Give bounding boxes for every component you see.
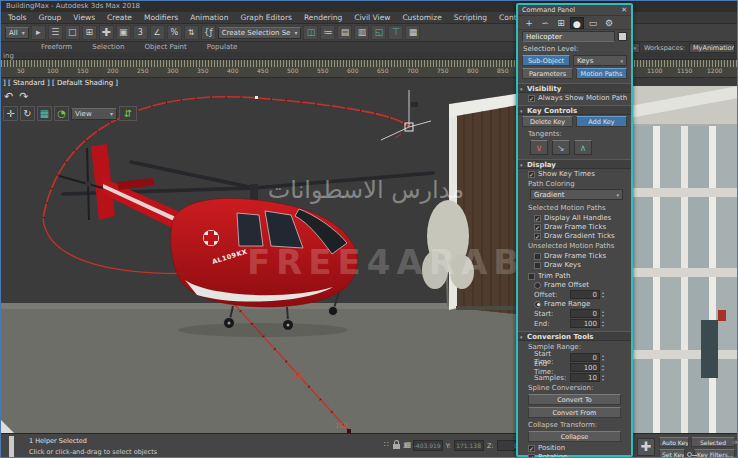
rotate-tool-icon[interactable]: ↻ — [20, 106, 35, 121]
convert-to-button[interactable]: Convert To — [528, 394, 621, 405]
viewport-label[interactable]: ] [ Standard ] [ Default Shading ] — [3, 79, 118, 87]
display-tab-icon[interactable]: ▭ — [586, 17, 600, 29]
modify-tab-icon[interactable]: ∽ — [538, 17, 552, 29]
spinner-arrows-icon[interactable]: ▴▾ — [602, 364, 604, 372]
motion-tab-icon[interactable]: ● — [570, 17, 584, 29]
unselected-draw-frame-ticks-checkbox[interactable]: Draw Frame Ticks — [518, 251, 631, 260]
move-tool-icon[interactable]: ✛ — [3, 106, 18, 121]
add-time-tag-button[interactable]: ✚ — [637, 438, 655, 456]
trim-path-checkbox[interactable]: Trim Path — [518, 271, 631, 280]
menu-item[interactable]: Rendering — [304, 13, 342, 22]
position-checkbox[interactable]: ✓ Position — [518, 443, 631, 452]
samples-spinner[interactable]: Samples: 10 ▴▾ — [518, 372, 631, 382]
hierarchy-tab-icon[interactable]: ⊞ — [554, 17, 568, 29]
range-start-spinner[interactable]: Start: 0 ▴▾ — [518, 308, 631, 318]
display-all-handles-checkbox[interactable]: ✓ Display All Handles — [518, 213, 631, 222]
create-selection-set-dropdown[interactable]: Create Selection Se ▾ — [218, 27, 302, 39]
toolbar-icon[interactable]: ∠ — [150, 25, 165, 40]
selection-filter-dropdown[interactable]: All ▾ — [5, 27, 29, 39]
conversion-tools-rollout[interactable]: Conversion Tools — [518, 331, 631, 341]
frame-range-radio[interactable]: Frame Range — [518, 299, 631, 308]
playback-edge-icons[interactable]: ◃▸ — [732, 438, 738, 446]
frame-offset-radio[interactable]: Frame Offset — [518, 280, 631, 289]
range-end-spinner[interactable]: End: 100 ▴▾ — [518, 318, 631, 328]
motion-paths-button[interactable]: Motion Paths — [576, 68, 627, 79]
toolbar-icon[interactable]: ⇅ — [184, 25, 199, 40]
spinner-arrows-icon[interactable]: ▴▾ — [602, 310, 604, 318]
object-name-field[interactable]: Helicopter — [522, 31, 615, 42]
soft-selection-icon[interactable]: ◔ — [54, 106, 69, 121]
path-coloring-dropdown[interactable]: Gradient ▾ — [530, 189, 623, 200]
create-tab-icon[interactable]: + — [522, 17, 536, 29]
toolbar-icon[interactable]: {ƒ — [201, 25, 216, 40]
draw-gradient-ticks-checkbox[interactable]: ✓ Draw Gradient Ticks — [518, 231, 631, 240]
key-filters-button[interactable]: Key Filters... — [694, 449, 735, 458]
snap-grid-icon[interactable]: ▦ — [37, 106, 52, 121]
tangent-linear-icon[interactable]: ↘ — [552, 140, 570, 155]
y-coordinate-field[interactable]: 171.138 — [454, 440, 484, 451]
ribbon-tab[interactable]: Freeform — [41, 43, 72, 51]
toolbar-icon[interactable]: ▣ — [116, 25, 131, 40]
ribbon-tab[interactable]: Selection — [92, 43, 124, 51]
menu-item[interactable]: Views — [73, 13, 95, 22]
toolbar-icon[interactable]: % — [167, 25, 182, 40]
spinner-arrows-icon[interactable]: ▴▾ — [602, 374, 604, 382]
toolbar-icon[interactable]: ▥ — [354, 25, 369, 40]
toolbar-icon[interactable]: ✚ — [99, 25, 114, 40]
toolbar-icon[interactable]: ☰ — [48, 25, 63, 40]
menu-item[interactable]: Modifiers — [144, 13, 178, 22]
object-color-swatch[interactable] — [618, 32, 627, 41]
menu-item[interactable]: Scripting — [454, 13, 487, 22]
menu-item[interactable]: Create — [107, 13, 132, 22]
unselected-draw-keys-checkbox[interactable]: Draw Keys — [518, 260, 631, 269]
toolbar-icon[interactable]: ▤ — [337, 25, 352, 40]
display-rollout[interactable]: Display — [518, 159, 631, 169]
toolbar-icon[interactable]: 3 — [133, 25, 148, 40]
toolbar-icon[interactable]: ≔ — [320, 25, 335, 40]
toolbar-icon[interactable]: ◱ — [371, 25, 386, 40]
ribbon-tab[interactable]: Object Paint — [144, 43, 186, 51]
ribbon-tab[interactable]: Populate — [207, 43, 237, 51]
rotation-checkbox[interactable]: ✓ Rotation — [518, 452, 631, 458]
toolbar-icon[interactable]: ◫ — [303, 25, 318, 40]
visibility-rollout[interactable]: Visibility — [518, 83, 631, 93]
menu-item[interactable]: Customize — [402, 13, 441, 22]
offset-spinner[interactable]: Offset: 0 ▴▾ — [518, 289, 631, 299]
coordinate-system-dropdown[interactable]: View ▾ — [71, 108, 117, 120]
menu-item[interactable]: Animation — [190, 13, 228, 22]
menu-item[interactable]: Civil View — [354, 13, 390, 22]
undo-icon[interactable]: ↶ — [4, 90, 13, 103]
auto-key-button[interactable]: Auto Key — [659, 437, 689, 447]
add-key-button[interactable]: Add Key — [576, 116, 627, 127]
spinner-arrows-icon[interactable]: ▴▾ — [602, 291, 604, 299]
toolbar-icon[interactable]: □ — [65, 25, 80, 40]
convert-from-button[interactable]: Convert From — [528, 407, 621, 418]
selection-lock-icon[interactable] — [393, 444, 400, 449]
isolate-selection-icon[interactable]: ∷ — [384, 440, 389, 449]
helper-gizmo[interactable] — [381, 90, 431, 140]
parameters-button[interactable]: Parameters — [522, 68, 573, 79]
command-panel-titlebar[interactable]: Command Panel ✕ — [518, 5, 631, 16]
show-key-times-checkbox[interactable]: ✓ Show Key Times — [518, 169, 631, 178]
keys-dropdown[interactable]: Keys ▾ — [573, 55, 627, 66]
spinner-arrows-icon[interactable]: ▴▾ — [602, 320, 604, 328]
menu-item[interactable]: Group — [38, 13, 61, 22]
draw-frame-ticks-checkbox[interactable]: ✓ Draw Frame Ticks — [518, 222, 631, 231]
menu-item[interactable]: Graph Editors — [240, 13, 292, 22]
ik-toggle-icon[interactable]: ⇵ — [119, 106, 137, 121]
tangent-smooth-icon[interactable]: ∨ — [530, 140, 548, 155]
end-time-spinner[interactable]: End Time: 100 ▴▾ — [518, 362, 631, 372]
toolbar-icon[interactable]: ▦ — [405, 25, 420, 40]
helicopter-model[interactable]: AL109KX — [59, 144, 433, 331]
toolbar-icon[interactable]: ▸ — [31, 25, 46, 40]
tangent-spline-icon[interactable]: ∧ — [574, 140, 592, 155]
sub-object-button[interactable]: Sub-Object — [522, 55, 570, 66]
set-key-button[interactable]: Set Key — [659, 449, 685, 458]
x-coordinate-field[interactable]: -403.919 — [413, 440, 443, 451]
selected-dropdown[interactable]: Selected — [691, 437, 735, 447]
mini-track-bar[interactable] — [9, 436, 14, 458]
close-icon[interactable]: ✕ — [621, 6, 627, 14]
collapse-button[interactable]: Collapse — [528, 431, 621, 442]
key-controls-rollout[interactable]: Key Controls — [518, 105, 631, 115]
redo-icon[interactable]: ↷ — [19, 90, 28, 103]
